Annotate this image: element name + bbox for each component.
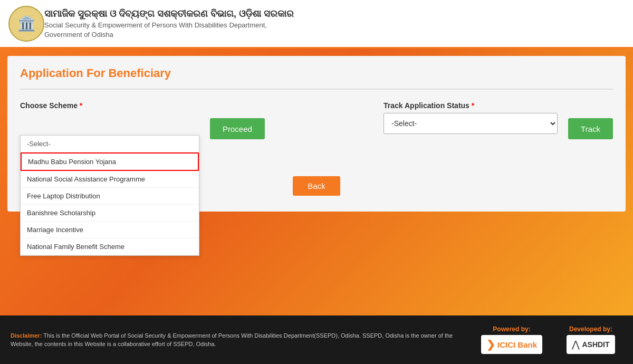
application-card: Application For Beneficiary Choose Schem… <box>7 56 626 212</box>
track-button[interactable]: Track <box>568 118 613 139</box>
back-button[interactable]: Back <box>293 176 340 196</box>
developed-label: Developed by: <box>569 325 612 333</box>
disclaimer-text: This is the Official Web Portal of Socia… <box>11 332 453 348</box>
choose-scheme-label: Choose Scheme * <box>20 101 199 110</box>
disclaimer-label: Disclaimer: <box>11 332 42 339</box>
dropdown-item-nfbs[interactable]: National Family Benefit Scheme <box>21 238 199 255</box>
main-background: Application For Beneficiary Choose Schem… <box>0 49 633 315</box>
track-status-label: Track Application Status * <box>383 101 558 110</box>
ashdit-logo: ⋀ ASHDIT <box>567 335 615 354</box>
track-status-group: Track Application Status * -Select- <box>383 101 558 134</box>
dropdown-item-select[interactable]: -Select- <box>21 136 199 152</box>
powered-by-section: Powered by: ❯ ICICI Bank <box>480 325 543 354</box>
proceed-group-top: Proceed <box>210 101 265 139</box>
track-button-group: Track <box>568 101 613 139</box>
card-title: Application For Beneficiary <box>20 66 613 80</box>
english-title-line2: Government of Odisha <box>44 30 294 40</box>
dropdown-item-banishree[interactable]: Banishree Scholarship <box>21 205 199 222</box>
main-form-row: Choose Scheme * -Select- Madhu Babu Pens… <box>20 101 613 139</box>
header-text-block: ସାମାଜିକ ସୁରକ୍ଷା ଓ ଦିବ୍ୟଙ୍ଗ ସଶକ୍ତୀକରଣ ବିଭ… <box>44 7 294 40</box>
ashdit-text: ASHDIT <box>582 340 609 349</box>
icici-text: ICICI Bank <box>497 340 537 349</box>
header: 🏛️ ସାମାଜିକ ସୁରକ୍ଷା ଓ ଦିବ୍ୟଙ୍ଗ ସଶକ୍ତୀକରଣ … <box>0 0 633 49</box>
dropdown-item-nsap[interactable]: National Social Assistance Programme <box>21 171 199 188</box>
english-title-line1: Social Security & Empowerment of Persons… <box>44 21 294 30</box>
powered-label: Powered by: <box>493 325 530 333</box>
developed-by-section: Developed by: ⋀ ASHDIT <box>559 325 622 354</box>
icici-chevron-icon: ❯ <box>486 338 495 351</box>
proceed-button-top[interactable]: Proceed <box>210 118 265 139</box>
icici-logo: ❯ ICICI Bank <box>481 335 542 354</box>
dropdown-item-marriage[interactable]: Marriage Incentive <box>21 222 199 238</box>
scheme-dropdown-open: -Select- Madhu Babu Pension Yojana Natio… <box>20 135 199 256</box>
government-emblem: 🏛️ <box>8 6 44 42</box>
dropdown-item-free-laptop[interactable]: Free Laptop Distribution <box>21 188 199 205</box>
card-divider <box>20 89 613 90</box>
footer: Disclaimer: This is the Official Web Por… <box>0 315 633 364</box>
dropdown-item-madhu-babu[interactable]: Madhu Babu Pension Yojana <box>21 152 199 171</box>
odia-title: ସାମାଜିକ ସୁରକ୍ଷା ଓ ଦିବ୍ୟଙ୍ଗ ସଶକ୍ତୀକରଣ ବିଭ… <box>44 7 294 21</box>
ashdit-chevron-icon: ⋀ <box>572 339 580 350</box>
footer-disclaimer: Disclaimer: This is the Official Web Por… <box>11 331 464 349</box>
choose-scheme-group: Choose Scheme * -Select- Madhu Babu Pens… <box>20 101 199 113</box>
track-select[interactable]: -Select- <box>383 113 558 134</box>
